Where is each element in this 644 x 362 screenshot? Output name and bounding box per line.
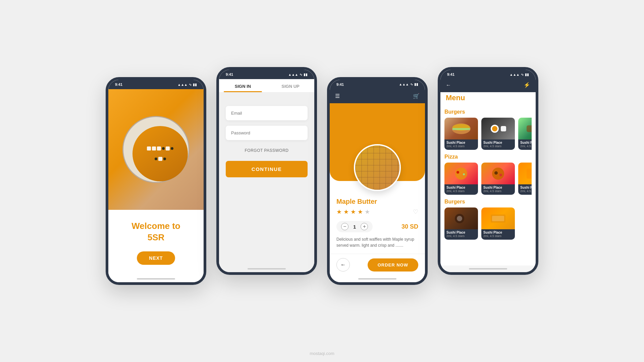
star-4: ★ [358, 208, 363, 215]
dessert-card-info-2: Sushi Place 2mi, 4.5 stars [481, 229, 515, 240]
tab-signup[interactable]: SIGN UP [267, 79, 314, 92]
pizza-card-info-3: Sushi Place 2mi, 4.5 stars [518, 184, 532, 195]
section-burgers2-title: Burgers [444, 199, 532, 205]
burger-card-info-1: Sushi Place 2mi, 4.5 stars [444, 139, 478, 150]
decrease-quantity-button[interactable]: − [341, 223, 348, 230]
topping-seed-2 [171, 147, 173, 150]
burger-card-name-3: Sushi Place [520, 141, 532, 144]
svg-point-10 [492, 168, 504, 180]
pizza-card-info-1: Sushi Place 2mi, 4.5 stars [444, 184, 478, 195]
svg-rect-17 [492, 216, 504, 221]
auth-tabs: SIGN IN SIGN UP [219, 79, 314, 93]
forgot-password-link[interactable]: FORGOT PASSWORD [245, 148, 288, 153]
dessert-image-1 [444, 207, 478, 229]
signal-icon: ▲▲▲ [177, 83, 187, 86]
status-time-3: 9:41 [336, 82, 344, 86]
topping-cube-5 [158, 157, 162, 161]
menu-header-bar: ← ⚡ [440, 79, 536, 92]
burger-card-info-2: Sushi Place 2mi, 4.5 stars [481, 139, 515, 150]
topping-cube-2 [152, 146, 156, 150]
next-button[interactable]: NEXT [137, 251, 175, 265]
tab-signin[interactable]: SIGN IN [219, 79, 267, 92]
phone-signin: 9:41 ▲▲▲ ∿ ▮▮ SIGN IN SIGN UP FORGOT PAS… [216, 67, 317, 275]
dessert-card-info-1: Sushi Place 2mi, 4.5 stars [444, 229, 478, 240]
section-pizza-title: Pizza [444, 154, 532, 160]
signal-icon-4: ▲▲▲ [509, 73, 520, 76]
signal-icon-3: ▲▲▲ [399, 82, 409, 86]
pizza-card-sub-2: 2mi, 4.5 stars [483, 189, 513, 193]
welcome-content: Welcome to 5SR NEXT [108, 210, 204, 276]
burger-card-sub-2: 2mi, 4.5 stars [483, 144, 513, 148]
email-input[interactable] [226, 106, 308, 120]
watermark-text: mostaqi.com [310, 351, 334, 356]
topping-cube-4 [166, 146, 170, 150]
product-header-bar: ☰ 🛒 [330, 89, 425, 103]
svg-point-4 [492, 126, 497, 131]
svg-rect-6 [527, 125, 532, 132]
menu-card-dessert-1[interactable]: Sushi Place 2mi, 4.5 stars [444, 207, 478, 240]
pizza-card-sub-1: 2mi, 4.5 stars [446, 189, 476, 193]
soup-toppings [147, 144, 174, 164]
product-name: Maple Butter [336, 198, 418, 205]
burgers-cards-row: Sushi Place 2mi, 4.5 stars Sushi Place 2… [444, 118, 532, 150]
favorite-icon[interactable]: ♡ [413, 208, 418, 216]
battery-icon-2: ▮▮ [304, 73, 308, 76]
status-time-4: 9:41 [447, 72, 454, 76]
battery-icon-4: ▮▮ [525, 73, 529, 76]
menu-filter-icon[interactable]: ⚡ [524, 82, 530, 88]
burger-card-sub-3: 2mi, 4.5 stars [520, 144, 532, 148]
star-2: ★ [343, 208, 349, 215]
product-footer: ← ORDER NOW [330, 254, 425, 276]
svg-point-8 [457, 171, 459, 174]
status-icons-1: ▲▲▲ ∿ ▮▮ [177, 83, 197, 86]
wifi-icon: ∿ [189, 83, 192, 86]
product-hero-area [330, 103, 425, 181]
home-indicator-4 [469, 268, 507, 269]
phone-welcome: 9:41 ▲▲▲ ∿ ▮▮ [106, 77, 206, 285]
continue-button[interactable]: CONTINUE [226, 161, 308, 177]
status-icons-2: ▲▲▲ ∿ ▮▮ [288, 73, 308, 76]
pizza-image-1 [444, 163, 478, 184]
status-icons-3: ▲▲▲ ∿ ▮▮ [399, 82, 418, 86]
quantity-value: 1 [353, 224, 356, 230]
svg-rect-13 [527, 169, 532, 179]
quantity-price-row: − 1 + 30 SD [336, 221, 418, 232]
menu-card-burger-2[interactable]: Sushi Place 2mi, 4.5 stars [481, 118, 515, 150]
food-image-orange [518, 163, 532, 184]
increase-quantity-button[interactable]: + [361, 223, 368, 230]
cart-icon[interactable]: 🛒 [413, 93, 420, 99]
dessert-card-name-2: Sushi Place [483, 231, 513, 234]
menu-card-burger-1[interactable]: Sushi Place 2mi, 4.5 stars [444, 118, 478, 150]
phone-product-detail: 9:41 ▲▲▲ ∿ ▮▮ ☰ 🛒 Maple Butter [327, 77, 428, 285]
waffle-image-circle [354, 144, 401, 191]
pizza-cards-row: Sushi Place 2mi, 4.5 stars Sushi Place 2… [444, 163, 532, 195]
menu-card-burger-3[interactable]: Sushi Place 2mi, 4.5 stars [518, 118, 532, 150]
password-input[interactable] [226, 126, 308, 140]
topping-seed-4 [163, 158, 166, 160]
waffle-grid-pattern [355, 145, 399, 190]
topping-seed-1 [162, 147, 165, 150]
menu-card-dessert-2[interactable]: Sushi Place 2mi, 4.5 stars [481, 207, 515, 240]
food-image-3 [518, 118, 532, 139]
product-detail-section: Maple Butter ★ ★ ★ ★ ★ ♡ − 1 + 30 SD [330, 181, 425, 254]
menu-card-pizza-1[interactable]: Sushi Place 2mi, 4.5 stars [444, 163, 478, 195]
product-price: 30 SD [401, 223, 418, 230]
menu-card-pizza-3[interactable]: Sushi Place 2mi, 4.5 stars [518, 163, 532, 195]
quantity-control: − 1 + [336, 221, 373, 232]
back-button[interactable]: ← [336, 258, 350, 272]
pizza-image-2 [481, 163, 515, 184]
product-rating-stars: ★ ★ ★ ★ ★ ♡ [336, 208, 418, 216]
svg-point-7 [455, 168, 467, 180]
star-3: ★ [351, 208, 356, 215]
filter-icon[interactable]: ☰ [335, 93, 340, 99]
product-description: Delicious and soft waffles witth Maple s… [336, 236, 418, 248]
order-now-button[interactable]: ORDER NOW [368, 258, 418, 272]
dessert-card-sub-1: 2mi, 4.5 stars [446, 234, 476, 238]
svg-rect-5 [501, 126, 506, 131]
menu-card-pizza-2[interactable]: Sushi Place 2mi, 4.5 stars [481, 163, 515, 195]
menu-back-icon[interactable]: ← [446, 82, 451, 88]
burgers2-cards-row: Sushi Place 2mi, 4.5 stars Sushi Place 2… [444, 207, 532, 240]
status-bar-4: 9:41 ▲▲▲ ∿ ▮▮ [440, 70, 536, 79]
soup-ring [122, 116, 190, 183]
star-1: ★ [336, 208, 342, 215]
